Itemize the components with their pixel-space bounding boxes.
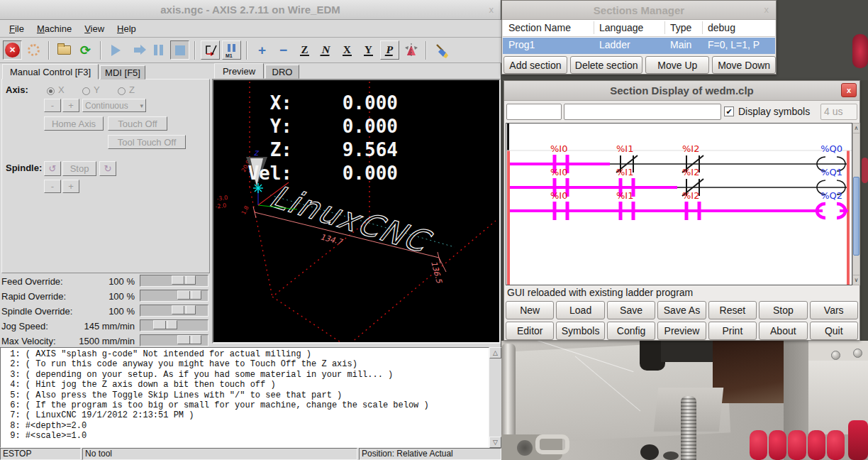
tab-manual-control[interactable]: Manual Control [F3] — [2, 64, 99, 80]
optional-pause-m1-button[interactable]: M1 — [222, 40, 241, 60]
open-file-button[interactable] — [55, 40, 74, 60]
jog-minus-button[interactable]: - — [44, 99, 61, 112]
run-from-line-button[interactable] — [128, 40, 147, 60]
sections-manager-button[interactable]: Delete section — [570, 56, 643, 74]
slider-handle[interactable] — [153, 320, 177, 329]
display-symbols-checkbox[interactable]: ✔ — [724, 106, 734, 116]
menu-item[interactable]: Help — [111, 22, 142, 35]
spindle-minus-button[interactable]: - — [44, 180, 61, 193]
spindle-plus-button[interactable]: + — [62, 180, 79, 193]
reload-button[interactable]: ⟳ — [76, 40, 95, 60]
gcode-line[interactable]: 9: #<scale>=1.0 — [5, 431, 489, 441]
ladder-button[interactable]: Load — [556, 301, 604, 319]
tool-touch-off-button[interactable]: Tool Touch Off — [108, 135, 186, 149]
ladder-button[interactable]: Quit — [810, 322, 858, 340]
section-display-titlebar[interactable]: Section Display of wedm.clp x — [504, 81, 859, 101]
slider[interactable] — [140, 319, 208, 332]
ladder-button[interactable]: Reset — [708, 301, 757, 319]
view-y-button[interactable]: Y — [359, 40, 378, 60]
sections-manager-button[interactable]: Add section — [503, 56, 567, 74]
ladder-button[interactable]: Save As — [657, 301, 706, 319]
slider[interactable] — [140, 334, 208, 346]
ladder-button[interactable]: Preview — [657, 322, 706, 340]
menu-item[interactable]: Machine — [31, 22, 77, 35]
close-icon[interactable]: x — [489, 4, 494, 15]
col-type[interactable]: Type — [670, 22, 691, 33]
gcode-line[interactable]: 3: ( depending on your setup. As if you … — [5, 370, 489, 380]
menu-item[interactable]: File — [4, 22, 30, 35]
gcode-listing[interactable]: 1: ( AXIS "splash g-code" Not intended f… — [0, 347, 489, 448]
ladder-button[interactable]: New — [506, 301, 554, 319]
view-x-button[interactable]: X — [338, 40, 357, 60]
pause-button[interactable] — [149, 40, 168, 60]
axis-titlebar[interactable]: axis.ngc - AXIS 2.7.11 on Wire_EDM x — [0, 0, 501, 20]
touch-off-button[interactable]: Touch Off — [108, 116, 167, 131]
ladder-button[interactable]: Print — [708, 322, 757, 340]
rung-comment-entry[interactable] — [564, 104, 721, 120]
sections-manager-titlebar[interactable]: Sections Manager x — [502, 1, 776, 20]
jog-plus-button[interactable]: + — [62, 99, 79, 112]
spindle-stop-button[interactable]: Stop — [62, 161, 96, 176]
ladder-scrollbar[interactable]: ∧ ∨ — [852, 123, 860, 285]
gcode-line[interactable]: 1: ( AXIS "splash g-code" Not intended f… — [5, 349, 489, 359]
zoom-out-button[interactable]: − — [274, 40, 293, 60]
gcode-scrollbar[interactable]: △ ▽ — [489, 347, 501, 448]
view-z2-button[interactable]: N — [316, 40, 335, 60]
gcode-line[interactable]: 4: ( Hint jog the Z axis down a bit then… — [5, 380, 489, 390]
toggle-skip-lines-button[interactable] — [201, 40, 220, 60]
menu-item[interactable]: View — [79, 22, 110, 35]
gcode-line[interactable]: 2: ( To run this code anyway you might h… — [5, 359, 489, 369]
view-perspective-button[interactable]: P — [380, 40, 399, 60]
jog-mode-combobox[interactable]: Continuous ▾ — [82, 99, 146, 112]
estop-button[interactable]: ✕ — [3, 40, 22, 60]
ladder-button[interactable]: Stop — [759, 301, 807, 319]
scrollbar-thumb[interactable] — [853, 177, 859, 256]
slider[interactable] — [140, 290, 208, 302]
view-z-button[interactable]: Z — [295, 40, 314, 60]
stop-button[interactable] — [170, 40, 189, 60]
close-button[interactable]: x — [841, 83, 857, 97]
zoom-in-button[interactable]: + — [252, 40, 272, 60]
gcode-line[interactable]: 5: ( Also press the Toggle Skip Lines wi… — [5, 390, 489, 400]
spindle-forward-button[interactable]: ↻ — [99, 161, 116, 176]
machine-power-button[interactable] — [24, 40, 43, 60]
clear-plot-button[interactable] — [432, 40, 451, 60]
slider-handle[interactable] — [177, 290, 201, 300]
preview-canvas[interactable]: 134.7 136.5 LinuxCNC 20.9 -3.0 -2.0 1.8 … — [212, 79, 501, 344]
scroll-up-icon[interactable]: ∧ — [853, 124, 859, 133]
col-section-name[interactable]: Section Name — [508, 22, 571, 33]
scroll-down-icon[interactable]: ∨ — [853, 275, 859, 285]
ladder-button[interactable]: Symbols — [556, 322, 604, 340]
ladder-button[interactable]: Editor — [506, 322, 554, 340]
col-language[interactable]: Language — [599, 22, 643, 33]
slider-handle[interactable] — [177, 335, 201, 344]
ladder-button[interactable]: Config — [607, 322, 655, 340]
slider-handle[interactable] — [172, 275, 196, 285]
run-button[interactable] — [106, 40, 126, 60]
slider[interactable] — [140, 305, 208, 317]
radio-axis-x[interactable] — [47, 85, 55, 98]
ladder-button[interactable]: Save — [607, 301, 655, 319]
gcode-line[interactable]: 6: ( If the program is too big or small … — [5, 400, 489, 410]
tab-preview[interactable]: Preview — [214, 63, 264, 79]
ladder-button[interactable]: Vars — [810, 301, 858, 319]
radio-axis-z[interactable] — [118, 85, 126, 98]
section-row-selected[interactable]: Prog1 Ladder Main F=0, L=1, P — [503, 38, 775, 54]
scroll-down-icon[interactable]: ▽ — [489, 437, 501, 448]
sections-manager-button[interactable]: Move Up — [645, 56, 709, 74]
home-axis-button[interactable]: Home Axis — [44, 116, 104, 131]
scroll-up-icon[interactable]: △ — [489, 347, 501, 358]
gcode-line[interactable]: 8: #<depth>=2.0 — [5, 421, 489, 431]
tab-dro[interactable]: DRO — [265, 65, 299, 79]
ladder-button[interactable]: About — [759, 322, 807, 340]
gcode-line[interactable]: 7: ( LinuxCNC 19/1/2012 2:13:51 PM ) — [5, 410, 489, 420]
slider[interactable] — [140, 275, 208, 287]
rotate-view-button[interactable] — [401, 40, 421, 60]
slider-handle[interactable] — [172, 305, 196, 314]
close-icon[interactable]: x — [764, 4, 769, 15]
radio-axis-y[interactable] — [82, 85, 90, 98]
tab-mdi[interactable]: MDI [F5] — [100, 65, 145, 80]
rung-number-entry[interactable] — [506, 104, 562, 120]
col-debug[interactable]: debug — [708, 22, 735, 33]
sections-manager-button[interactable]: Move Down — [712, 56, 776, 74]
